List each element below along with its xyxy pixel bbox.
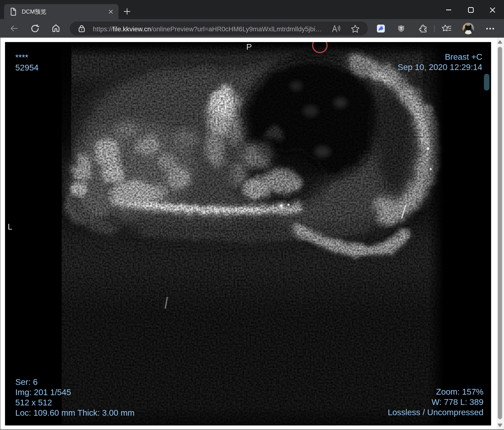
svg-text:T: T xyxy=(400,26,403,31)
